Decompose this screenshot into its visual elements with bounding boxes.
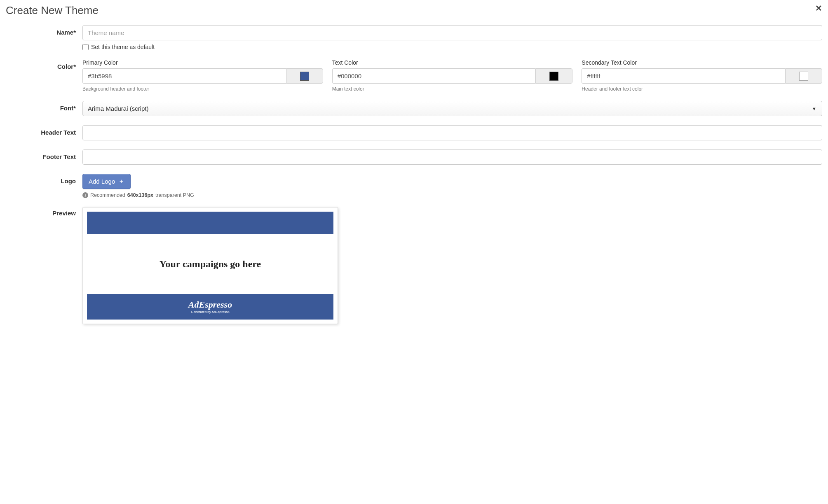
logo-hint-suffix: transparent PNG [155, 192, 194, 198]
square-icon [300, 72, 309, 81]
row-footer-text: Footer Text [6, 149, 822, 165]
footer-text-content [82, 149, 822, 165]
font-label: Font* [6, 101, 76, 112]
primary-color-hint: Background header and footer [82, 86, 323, 92]
preview-box: Your campaigns go here AdEspresso Genera… [82, 207, 338, 324]
default-checkbox[interactable] [82, 44, 89, 50]
row-preview: Preview Your campaigns go here AdEspress… [6, 207, 822, 324]
text-color-label: Text Color [332, 59, 573, 66]
add-logo-button-label: Add Logo [89, 178, 115, 185]
header-text-content [82, 125, 822, 140]
row-font: Font* Arima Madurai (script) ▼ [6, 101, 822, 116]
row-logo: Logo Add Logo ＋ i Recommended 640x136px … [6, 174, 822, 198]
primary-color-col: Primary Color Background header and foot… [82, 59, 323, 92]
square-icon [799, 72, 808, 81]
logo-content: Add Logo ＋ i Recommended 640x136px trans… [82, 174, 822, 198]
row-header-text: Header Text [6, 125, 822, 140]
text-color-col: Text Color Main text color [332, 59, 573, 92]
logo-hint-size: 640x136px [127, 192, 153, 198]
close-icon[interactable]: ✕ [815, 4, 822, 12]
font-select[interactable]: Arima Madurai (script) [82, 101, 822, 116]
secondary-text-color-swatch[interactable] [785, 68, 822, 84]
preview-content: Your campaigns go here AdEspresso Genera… [82, 207, 822, 324]
color-label: Color* [6, 59, 76, 70]
preview-footer-sub: Generated by AdEspresso [191, 310, 229, 314]
header-text-label: Header Text [6, 125, 76, 136]
name-content: Set this theme as default [82, 25, 822, 50]
font-content: Arima Madurai (script) ▼ [82, 101, 822, 116]
primary-color-swatch[interactable] [286, 68, 323, 84]
row-name: Name* Set this theme as default [6, 25, 822, 50]
preview-label: Preview [6, 207, 76, 217]
info-icon: i [82, 192, 88, 198]
header-text-input[interactable] [82, 125, 822, 140]
logo-hint-prefix: Recommended [90, 192, 125, 198]
row-color: Color* Primary Color Background header a… [6, 59, 822, 92]
logo-hint: i Recommended 640x136px transparent PNG [82, 192, 822, 198]
secondary-text-color-hint: Header and footer text color [582, 86, 822, 92]
primary-color-input[interactable] [82, 68, 286, 84]
primary-color-label: Primary Color [82, 59, 323, 66]
secondary-text-color-col: Secondary Text Color Header and footer t… [582, 59, 822, 92]
secondary-text-color-input[interactable] [582, 68, 785, 84]
logo-label: Logo [6, 174, 76, 184]
text-color-input-group [332, 68, 573, 84]
preview-footer-logo: AdEspresso [188, 300, 232, 309]
text-color-swatch[interactable] [535, 68, 572, 84]
plus-icon: ＋ [118, 177, 124, 185]
preview-header [87, 212, 333, 234]
footer-text-input[interactable] [82, 149, 822, 165]
color-group: Primary Color Background header and foot… [82, 59, 822, 92]
add-logo-button[interactable]: Add Logo ＋ [82, 174, 131, 189]
modal-title: Create New Theme [6, 4, 99, 17]
text-color-hint: Main text color [332, 86, 573, 92]
preview-body-text: Your campaigns go here [160, 259, 261, 270]
preview-body: Your campaigns go here [87, 234, 333, 294]
default-checkbox-row: Set this theme as default [82, 44, 822, 50]
secondary-text-color-input-group [582, 68, 822, 84]
name-input[interactable] [82, 25, 822, 40]
preview-footer: AdEspresso Generated by AdEspresso [87, 294, 333, 320]
text-color-input[interactable] [332, 68, 536, 84]
secondary-text-color-label: Secondary Text Color [582, 59, 822, 66]
color-content: Primary Color Background header and foot… [82, 59, 822, 92]
modal-header: Create New Theme ✕ [6, 4, 822, 17]
name-label: Name* [6, 25, 76, 36]
footer-text-label: Footer Text [6, 149, 76, 160]
primary-color-input-group [82, 68, 323, 84]
square-icon [549, 72, 558, 81]
default-checkbox-label: Set this theme as default [91, 44, 155, 50]
